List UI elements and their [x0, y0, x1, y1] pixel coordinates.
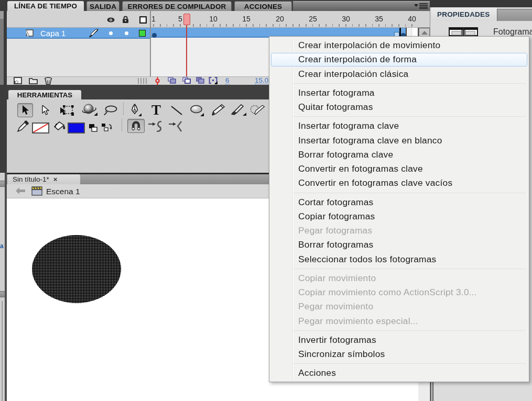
tab-propiedades[interactable]: PROPIEDADES: [431, 7, 497, 21]
frame-properties-icon: [449, 27, 478, 36]
outline-column-icon[interactable]: [139, 16, 147, 24]
selection-tool[interactable]: [17, 103, 33, 117]
edit-multiple-frames-button[interactable]: [196, 77, 204, 84]
menu-item-copiar-fotogramas[interactable]: Copiar fotogramas: [269, 209, 529, 224]
modify-onion-markers-button[interactable]: [209, 77, 218, 84]
new-folder-button[interactable]: [29, 77, 38, 84]
left-panel-gripper[interactable]: [0, 181, 5, 187]
current-frame-value[interactable]: 6: [225, 77, 230, 84]
layers-list-empty-area[interactable]: [7, 39, 150, 76]
layer-unlocked-dot[interactable]: [125, 31, 128, 35]
scene-breadcrumb[interactable]: Escena 1: [46, 187, 80, 196]
left-edge-dark-area: [0, 85, 7, 173]
playhead-marker[interactable]: [183, 14, 190, 25]
fill-color-swatch[interactable]: [68, 122, 85, 133]
layer-name[interactable]: Capa 1: [40, 29, 66, 38]
tab-errores-de-compilador[interactable]: ERRORES DE COMPILADOR: [122, 1, 232, 11]
timeline-column-divider[interactable]: [150, 11, 151, 76]
menu-item-insertar-fotograma-clave[interactable]: Insertar fotograma clave: [269, 119, 529, 133]
straighten-option-button[interactable]: [167, 119, 184, 133]
ruler-label[interactable]: 40: [408, 15, 416, 23]
menu-separator: [269, 191, 529, 195]
free-transform-tool[interactable]: [59, 103, 75, 117]
new-layer-button[interactable]: [14, 77, 22, 84]
magnet-icon: [131, 121, 142, 131]
ruler-label[interactable]: 15: [242, 15, 251, 23]
selection-tool-icon: [21, 105, 29, 115]
ruler-label[interactable]: 10: [209, 15, 218, 23]
menu-item-sincronizar-simbolos[interactable]: Sincronizar símbolos: [269, 347, 529, 361]
menu-item-copiar-movimiento: Copiar movimiento: [269, 271, 529, 285]
oval-tool[interactable]: [190, 103, 205, 117]
pen-tool[interactable]: [128, 103, 144, 117]
show-hide-column-icon[interactable]: [107, 16, 115, 24]
menu-item-borrar-fotogramas[interactable]: Borrar fotogramas: [269, 238, 529, 252]
ruler-label[interactable]: 1: [151, 15, 156, 23]
menu-item-crear-interpolacion-de-movimiento[interactable]: Crear interpolación de movimiento: [269, 38, 529, 52]
panel-menu-icon[interactable]: [414, 3, 428, 9]
menu-item-quitar-fotogramas[interactable]: Quitar fotogramas: [269, 100, 529, 114]
tab-acciones[interactable]: ACCIONES: [234, 1, 292, 11]
oval-tool-icon: [190, 105, 205, 116]
black-white-colors-button[interactable]: [86, 120, 99, 135]
tab-linea-de-tiempo-label: LÍNEA DE TIEMPO: [14, 2, 77, 10]
ruler-label[interactable]: 5: [178, 15, 182, 23]
menu-item-insertar-fotograma[interactable]: Insertar fotograma: [269, 86, 529, 100]
text-tool[interactable]: T: [148, 103, 164, 117]
brush-tool[interactable]: [231, 103, 246, 117]
swap-colors-button[interactable]: [100, 120, 114, 135]
tab-salida[interactable]: SALIDA: [86, 1, 120, 11]
menu-item-cortar-fotogramas[interactable]: Cortar fotogramas: [269, 195, 529, 209]
menu-item-borrar-fotograma-clave[interactable]: Borrar fotograma clave: [269, 148, 529, 162]
panel-resize-gripper[interactable]: [138, 78, 147, 84]
back-arrow-icon[interactable]: [16, 187, 25, 194]
onion-skin-button[interactable]: [168, 77, 176, 84]
frame-rate-value[interactable]: 15.0: [255, 77, 268, 84]
tab-salida-label: SALIDA: [90, 3, 116, 10]
pencil-tool[interactable]: [211, 103, 226, 117]
left-panel-gripper[interactable]: [0, 291, 5, 297]
onion-skin-outlines-button[interactable]: [182, 77, 191, 84]
menu-item-convertir-en-fotogramas-clave-vacios[interactable]: Convertir en fotogramas clave vacíos: [269, 176, 529, 190]
tab-herramientas[interactable]: HERRAMIENTAS: [8, 90, 81, 99]
lasso-tool[interactable]: [103, 103, 118, 117]
smooth-option-button[interactable]: [147, 119, 164, 133]
deco-tool[interactable]: [250, 103, 266, 117]
menu-item-crear-interpolacion-clasica[interactable]: Crear interpolación clásica: [269, 67, 529, 81]
keyframe-dot[interactable]: [152, 33, 157, 38]
up-arrow-icon: [421, 31, 428, 35]
document-close-button[interactable]: ×: [53, 176, 58, 183]
selected-ellipse-shape[interactable]: [25, 234, 128, 304]
document-tab[interactable]: Sin título-1* ×: [7, 174, 80, 184]
playhead-line: [186, 25, 187, 76]
layer-visible-dot[interactable]: [109, 31, 113, 35]
subselection-tool[interactable]: [37, 103, 53, 117]
lock-column-icon[interactable]: [122, 16, 129, 24]
tools-divider: [122, 118, 122, 131]
left-panel-letter: a: [0, 242, 5, 250]
menu-item-convertir-en-fotogramas-clave[interactable]: Convertir en fotogramas clave: [269, 162, 529, 176]
paint-bucket-tool-icon: [53, 121, 67, 132]
menu-item-crear-interpolacion-de-forma[interactable]: Crear interpolación de forma: [269, 52, 529, 66]
paint-bucket-tool[interactable]: [52, 119, 68, 133]
layer-outline-color-swatch[interactable]: [139, 30, 146, 37]
menu-item-insertar-fotograma-clave-en-blanco[interactable]: Insertar fotograma clave en blanco: [269, 133, 529, 148]
menu-item-acciones[interactable]: Acciones: [269, 366, 529, 380]
ruler-label[interactable]: 25: [309, 15, 317, 23]
line-tool[interactable]: [169, 103, 184, 117]
ruler-label[interactable]: 20: [276, 15, 284, 23]
tab-bar-empty-area: [293, 1, 430, 11]
ruler-label[interactable]: 35: [375, 15, 383, 23]
menu-item-invertir-fotogramas[interactable]: Invertir fotogramas: [269, 333, 529, 347]
menu-separator: [269, 361, 529, 366]
eyedropper-tool[interactable]: [15, 119, 31, 133]
stroke-color-swatch-none[interactable]: [32, 122, 49, 133]
center-frame-button[interactable]: [155, 77, 160, 85]
ruler-label[interactable]: 30: [342, 15, 350, 23]
delete-button[interactable]: [44, 77, 52, 85]
snap-to-objects-toggle[interactable]: [127, 119, 145, 133]
3d-rotation-tool[interactable]: [82, 103, 97, 117]
left-edge-gripper: [0, 11, 4, 19]
menu-item-seleccionar-todos-los-fotogramas[interactable]: Seleccionar todos los fotogramas: [269, 252, 529, 266]
tab-linea-de-tiempo[interactable]: LÍNEA DE TIEMPO: [7, 1, 84, 11]
